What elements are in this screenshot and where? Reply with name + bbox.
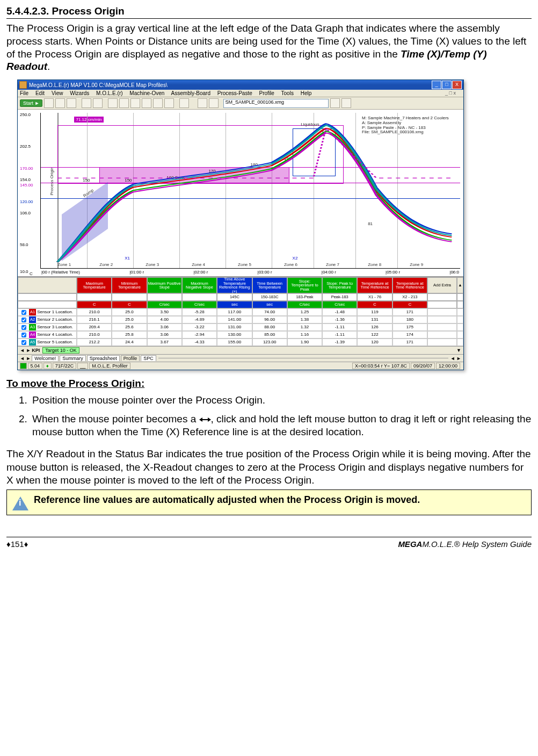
tb-btn-a[interactable] <box>108 98 118 108</box>
stats-subhead-2: C C C/sec C/sec sec sec C/sec C/sec C C <box>18 301 463 308</box>
close-button[interactable]: X <box>452 81 462 89</box>
cell: -4.33 <box>182 339 217 346</box>
sensor-checkbox[interactable] <box>21 333 26 337</box>
tb-nav-down[interactable] <box>341 98 351 108</box>
tb-btn-f[interactable] <box>164 98 174 108</box>
su-6: sec <box>252 301 287 308</box>
tab-spreadsheet[interactable]: Spreadsheet <box>87 355 120 361</box>
tb-btn-b[interactable] <box>119 98 129 108</box>
cell: 74.00 <box>252 308 287 316</box>
sensor-checkbox[interactable] <box>21 318 26 322</box>
toolbar: Start ► SM_SAMPLE_000106.xmg <box>18 97 463 110</box>
cell: 25.0 <box>112 308 147 316</box>
menu-tools[interactable]: Tools <box>281 90 294 96</box>
start-button[interactable]: Start ► <box>20 99 42 107</box>
x-0: |01:00 r <box>129 270 144 276</box>
file-combo[interactable]: SM_SAMPLE_000106.xmg <box>223 99 329 108</box>
sensor-name: Sensor 1 Location. <box>37 309 73 315</box>
sensor-name: Sensor 2 Location. <box>37 316 73 323</box>
tb-mole-2[interactable] <box>209 98 219 108</box>
tb-btn-d[interactable] <box>142 98 151 108</box>
sensor-name: Sensor 5 Location. <box>37 339 73 345</box>
page-footer: ♦151♦ MEGAM.O.L.E.® Help System Guide <box>6 539 532 549</box>
hd-add-extra[interactable]: Add Extra <box>427 277 457 293</box>
tab-profile[interactable]: Profile <box>121 355 140 361</box>
cell: 180 <box>392 316 427 323</box>
tb-btn-1[interactable] <box>44 98 54 108</box>
sensor-badge: A2 <box>29 316 36 323</box>
chart-area[interactable]: 250.0 202.5 170.00 154.0 145.00 120.00 1… <box>18 110 463 277</box>
x-title: |00 r (Relative Time) <box>41 270 80 276</box>
table-row: A1Sensor 1 Location.210.025.03.50-5.2811… <box>18 308 463 316</box>
x-axis: |00 r (Relative Time) |01:00 r |02:00 r … <box>40 270 460 276</box>
sensor-checkbox[interactable] <box>21 310 26 315</box>
cell: -2.94 <box>182 331 217 339</box>
tab-summary[interactable]: Summary <box>60 355 86 361</box>
menu-machine-oven[interactable]: Machine-Oven <box>129 90 164 96</box>
sensor-badge: A1 <box>29 309 36 315</box>
cell: 4.00 <box>147 316 182 323</box>
kpi-tabs: ◄ ► KPI Target 10 - OK ▼ <box>18 346 463 354</box>
minimize-button[interactable]: _ <box>432 81 441 89</box>
menu-help[interactable]: Help <box>301 90 312 96</box>
menu-profile[interactable]: Profile <box>259 90 274 96</box>
start-label: Start <box>23 100 33 106</box>
cell: -3.22 <box>182 323 217 331</box>
tb-btn-3[interactable] <box>67 98 76 108</box>
sh-8: Peak-183 <box>322 293 357 301</box>
menu-process-paste[interactable]: Process-Paste <box>217 90 252 96</box>
table-row: A3Sensor 3 Location.209.425.63.06-3.2213… <box>18 323 463 331</box>
chart-plot[interactable]: M: Sample Machine_7 Heaters and 2 Cooler… <box>40 113 460 269</box>
closing-paragraph: The X/Y Readout in the Status Bar indica… <box>6 448 532 487</box>
y-tick-1: 202.5 <box>20 144 31 149</box>
cell: 122 <box>357 331 392 339</box>
maximize-button[interactable]: □ <box>442 81 452 89</box>
hd-6: Slope: Temperature to Peak <box>287 277 322 293</box>
menu-assembly-board[interactable]: Assembly-Board <box>171 90 210 96</box>
tab-welcome[interactable]: Welcome! <box>32 355 59 361</box>
window-title: MegaM.O.L.E.(r) MAP V1.00 C:\MegaMOLE Ma… <box>29 82 168 88</box>
sensor-checkbox[interactable] <box>21 325 26 330</box>
su-2: C <box>112 301 147 308</box>
sensor-badge: A5 <box>29 339 36 345</box>
stats-subhead-1: 145C 150-183C 183-Peak Peak-183 X1 - 76 … <box>18 293 463 301</box>
section-title-text: Process Origin <box>52 5 125 17</box>
cell: 24.4 <box>112 339 147 346</box>
tb-help[interactable] <box>179 98 189 108</box>
tab-spc[interactable]: SPC <box>141 355 156 361</box>
cell: 25.8 <box>112 331 147 339</box>
intro-text-c: . <box>47 61 50 72</box>
tb-nav-up[interactable] <box>330 98 340 108</box>
sh-10: X2 - 213 <box>392 293 427 301</box>
menu-edit[interactable]: Edit <box>35 90 45 96</box>
page-number: ♦151♦ <box>6 539 28 549</box>
su-8: C/sec <box>322 301 357 308</box>
tb-btn-2[interactable] <box>55 98 65 108</box>
menu-file[interactable]: File <box>20 90 28 96</box>
stats-header: Maximum Temperature Minimum Temperature … <box>18 277 463 293</box>
mdi-controls[interactable]: _ □ x <box>445 90 456 96</box>
scroll-up[interactable]: ▲ <box>457 277 463 293</box>
guide-title: MEGAM.O.L.E.® Help System Guide <box>398 539 532 549</box>
tb-zoom-in[interactable] <box>82 98 91 108</box>
hd-7: Slope: Peak to Temperature <box>322 277 357 293</box>
target-tab[interactable]: Target 10 - OK <box>42 347 79 354</box>
menu-wizards[interactable]: Wizards <box>70 90 89 96</box>
sensor-checkbox[interactable] <box>21 340 26 345</box>
cell: 126 <box>357 323 392 331</box>
cell: 85.00 <box>252 331 287 339</box>
scroll-down[interactable]: ▼ <box>456 348 461 353</box>
menu-view[interactable]: View <box>52 90 63 96</box>
cell: 210.0 <box>77 331 112 339</box>
tb-btn-c[interactable] <box>130 98 140 108</box>
app-window: MegaM.O.L.E.(r) MAP V1.00 C:\MegaMOLE Ma… <box>17 80 464 370</box>
section-rule <box>6 18 532 19</box>
tb-mole-1[interactable] <box>198 98 207 108</box>
tb-btn-e[interactable] <box>153 98 163 108</box>
tb-zoom-out[interactable] <box>93 98 103 108</box>
su-7: C/sec <box>287 301 322 308</box>
profile-curves <box>41 113 460 268</box>
hd-2: Maximum Positive Slope <box>147 277 182 293</box>
menu-mole[interactable]: M.O.L.E.(r) <box>96 90 122 96</box>
kpi-tab[interactable]: KPI <box>32 348 40 353</box>
